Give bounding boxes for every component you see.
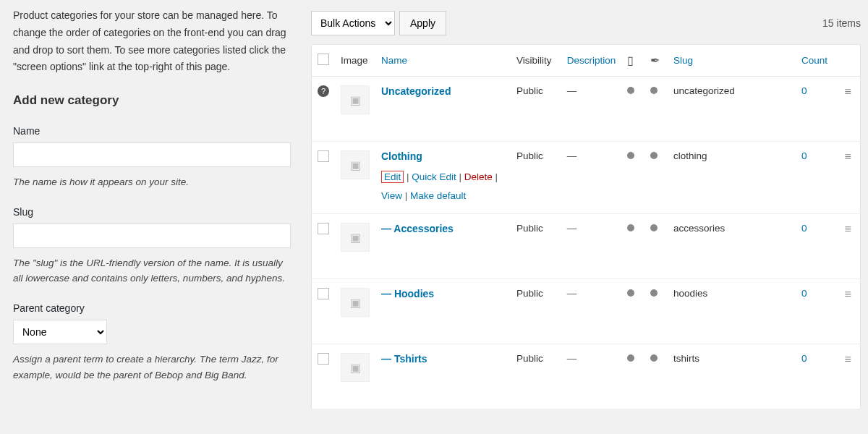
- slug-cell: hoodies: [668, 279, 796, 344]
- image-thumb: ▣: [341, 150, 370, 179]
- visibility-cell: Public: [511, 214, 561, 279]
- table-row: ?▣UncategorizedPublic—uncategorized0≡: [312, 77, 861, 142]
- col-visibility: Visibility: [511, 45, 561, 77]
- col-description[interactable]: Description: [561, 45, 622, 77]
- edit-link[interactable]: Edit: [381, 171, 404, 183]
- category-name-link[interactable]: — Hoodies: [381, 288, 434, 299]
- category-name-link[interactable]: — Tshirts: [381, 353, 427, 365]
- row-checkbox[interactable]: [318, 353, 329, 365]
- slug-hint: The "slug" is the URL-friendly version o…: [13, 255, 291, 286]
- slug-label: Slug: [13, 206, 291, 218]
- table-row: ▣— HoodiesPublic—hoodies0≡: [312, 279, 861, 344]
- description-empty: —: [567, 85, 577, 96]
- visibility-cell: Public: [511, 77, 561, 142]
- parent-select[interactable]: None: [13, 320, 107, 344]
- visibility-cell: Public: [511, 279, 561, 344]
- row-checkbox[interactable]: [318, 150, 329, 162]
- select-all-checkbox[interactable]: [318, 54, 329, 65]
- category-name-link[interactable]: Clothing: [381, 150, 422, 162]
- parent-label: Parent category: [13, 302, 291, 314]
- table-row: ▣— AccessoriesPublic—accessories0≡: [312, 214, 861, 279]
- description-empty: —: [567, 288, 577, 299]
- row-menu-icon[interactable]: ≡: [845, 223, 851, 235]
- items-count: 15 items: [822, 17, 861, 29]
- help-icon[interactable]: ?: [318, 85, 329, 97]
- slug-cell: uncategorized: [668, 77, 796, 142]
- col-image: Image: [335, 45, 375, 77]
- row-actions: Edit | Quick Edit | Delete | View | Make…: [381, 168, 505, 205]
- add-heading: Add new category: [13, 93, 291, 108]
- col-count[interactable]: Count: [796, 45, 839, 77]
- status-dot: [650, 289, 658, 297]
- name-input[interactable]: [13, 142, 291, 167]
- count-link[interactable]: 0: [801, 223, 807, 234]
- name-hint: The name is how it appears on your site.: [13, 174, 291, 190]
- name-label: Name: [13, 125, 291, 137]
- make-default-link[interactable]: Make default: [410, 190, 466, 201]
- row-menu-icon[interactable]: ≡: [845, 85, 851, 98]
- description-empty: —: [567, 353, 577, 364]
- category-name-link[interactable]: — Accessories: [381, 223, 454, 234]
- visibility-cell: Public: [511, 142, 561, 214]
- col-thumbnail-icon: ▯: [621, 45, 644, 77]
- description-empty: —: [567, 150, 577, 161]
- slug-cell: tshirts: [668, 344, 796, 409]
- bulk-actions-select[interactable]: Bulk Actions: [311, 11, 395, 35]
- slug-cell: accessories: [668, 214, 796, 279]
- status-dot: [650, 354, 658, 362]
- delete-link[interactable]: Delete: [464, 171, 493, 182]
- count-link[interactable]: 0: [801, 353, 807, 364]
- table-row: ▣ClothingEdit | Quick Edit | Delete | Vi…: [312, 142, 861, 214]
- status-dot: [650, 152, 658, 159]
- row-checkbox[interactable]: [318, 288, 329, 299]
- status-dot: [650, 87, 658, 94]
- row-checkbox[interactable]: [318, 223, 329, 234]
- quick-edit-link[interactable]: Quick Edit: [412, 171, 456, 182]
- row-menu-icon[interactable]: ≡: [845, 150, 851, 163]
- table-row: ▣— TshirtsPublic—tshirts0≡: [312, 344, 861, 409]
- categories-table: Image Name Visibility Description ▯ ✒ Sl…: [311, 44, 861, 409]
- parent-hint: Assign a parent term to create a hierarc…: [13, 352, 291, 383]
- status-dot: [627, 289, 634, 297]
- description-empty: —: [567, 223, 577, 234]
- visibility-cell: Public: [511, 344, 561, 409]
- col-name[interactable]: Name: [375, 45, 511, 77]
- count-link[interactable]: 0: [801, 150, 807, 161]
- image-thumb: ▣: [341, 353, 370, 382]
- row-menu-icon[interactable]: ≡: [845, 353, 851, 365]
- intro-text: Product categories for your store can be…: [13, 7, 291, 76]
- status-dot: [627, 224, 634, 231]
- count-link[interactable]: 0: [801, 85, 807, 96]
- status-dot: [627, 354, 634, 362]
- count-link[interactable]: 0: [801, 288, 807, 299]
- apply-button[interactable]: Apply: [399, 11, 446, 35]
- status-dot: [627, 152, 634, 159]
- status-dot: [650, 224, 658, 231]
- status-dot: [627, 87, 634, 94]
- slug-input[interactable]: [13, 224, 291, 248]
- row-menu-icon[interactable]: ≡: [845, 288, 851, 300]
- image-thumb: ▣: [341, 223, 370, 252]
- image-thumb: ▣: [341, 288, 370, 317]
- category-name-link[interactable]: Uncategorized: [381, 85, 451, 97]
- col-slug[interactable]: Slug: [668, 45, 796, 77]
- view-link[interactable]: View: [381, 190, 402, 201]
- col-feather-icon: ✒: [644, 45, 668, 77]
- image-thumb: ▣: [341, 85, 370, 114]
- slug-cell: clothing: [668, 142, 796, 214]
